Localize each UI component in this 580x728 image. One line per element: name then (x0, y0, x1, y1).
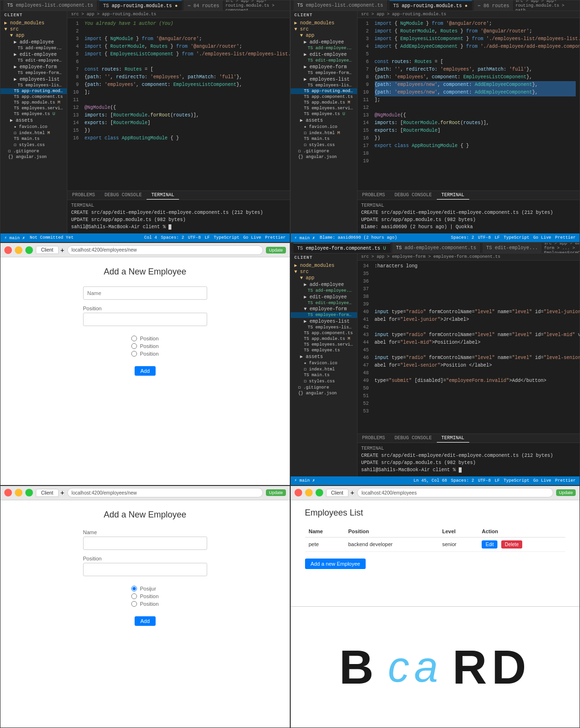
sidebar-service-mr[interactable]: TS employees.service.ts (291, 342, 357, 348)
tab-problems-mr[interactable]: PROBLEMS (358, 434, 390, 443)
sidebar-app-module[interactable]: TS app.module.ts M (0, 100, 67, 106)
sidebar-app-mod-tr[interactable]: TS app.module.ts M (291, 100, 357, 106)
prettier-tr[interactable]: Prettier (555, 235, 576, 240)
update-btn-ml[interactable]: Update (266, 247, 285, 253)
sidebar-emplist-mr[interactable]: ▶ employees-list (291, 318, 357, 325)
tab-terminal-tr[interactable]: TERMINAL (437, 191, 469, 200)
update-btn-br[interactable]: Update (556, 489, 576, 496)
browser-min-bl[interactable] (15, 489, 22, 496)
sidebar-emp-ts-tr[interactable]: TS employee.ts U (291, 111, 357, 117)
sidebar-emp-list-file-tr[interactable]: TS employees-list.compon... (291, 83, 357, 88)
live-mr[interactable]: Go Live (533, 478, 551, 483)
sidebar-appmod-mr[interactable]: TS app.module.ts M (291, 336, 357, 342)
tab-employees-list[interactable]: TS employees-list.component.ts (3, 0, 97, 11)
sidebar-styles-css[interactable]: ◻ styles.css (0, 142, 67, 148)
sidebar-git-mr[interactable]: ◻ .gitignore (291, 384, 357, 390)
browser-close-br[interactable] (295, 489, 302, 496)
edit-btn[interactable]: Edit (482, 540, 497, 549)
browser-tab-client[interactable]: Client (36, 246, 59, 254)
sidebar-gitignore[interactable]: ◻ .gitignore (0, 148, 67, 154)
sidebar-service-tr[interactable]: TS employees.service.ts (291, 106, 357, 111)
browser-close-btn[interactable] (4, 246, 12, 254)
url-bar-bl[interactable]: localhost:4200/employees/new (67, 488, 264, 497)
new-tab-btn[interactable]: + (61, 246, 64, 254)
sidebar-emplist-file-mr[interactable]: TS employees-list.compon... (291, 325, 357, 330)
sidebar-edit-mr[interactable]: ▶ edit-employee (291, 294, 357, 300)
sidebar-add-employee-file[interactable]: TS add-employee.compon... U (0, 45, 67, 51)
radio-junior-input-bl[interactable] (131, 586, 137, 591)
sidebar-index-html[interactable]: ◻ index.html M (0, 130, 67, 136)
sidebar-src-mr[interactable]: ▼ src (291, 269, 357, 275)
tab-app-routing[interactable]: TS app-routing.module.ts ● (99, 0, 182, 11)
sidebar-index-mr[interactable]: ◻ index.html (291, 366, 357, 372)
radio-mid-input[interactable] (131, 343, 137, 349)
sidebar-assets[interactable]: ▶ assets (0, 117, 67, 124)
position-input[interactable] (83, 313, 207, 326)
sidebar-appcomp-mr[interactable]: TS app.component.ts (291, 330, 357, 336)
sidebar-angular-tr[interactable]: {} angular.json (291, 154, 357, 160)
go-live[interactable]: Go Live (243, 235, 261, 240)
browser-max-bl[interactable] (25, 489, 33, 496)
sidebar-edit-emp-file-tr[interactable]: TS edit-employee.compon... U (291, 58, 357, 63)
tab-debug-tr[interactable]: DEBUG CONSOLE (390, 191, 437, 200)
sidebar-angular-json[interactable]: {} angular.json (0, 154, 67, 160)
sidebar-employee-form-folder[interactable]: ▶ employee-form (0, 63, 67, 70)
radio-senior-input[interactable] (131, 351, 137, 357)
tab-terminal-mr[interactable]: TERMINAL (437, 434, 469, 443)
tab-problems[interactable]: PROBLEMS (67, 191, 100, 200)
sidebar-emp-list-tr[interactable]: ▶ employees-list (291, 76, 357, 83)
sidebar-edit-file-mr[interactable]: TS edit-employee.compon... U (291, 300, 357, 306)
sidebar-edit-employee-file[interactable]: TS edit-employee.compon... U (0, 58, 67, 63)
radio-mid-input-bl[interactable] (131, 593, 137, 599)
sidebar-app-routing-active[interactable]: TS app-routing.module.ts M (0, 88, 67, 94)
browser-min-br[interactable] (305, 489, 313, 496)
browser-close-bl[interactable] (4, 489, 12, 496)
sidebar-employees-list-file[interactable]: TS employees-list.compon... (0, 83, 67, 88)
tab-employees-list-tr[interactable]: TS employees-list.component.ts (294, 0, 388, 11)
sidebar-app-component[interactable]: TS app.component.ts (0, 94, 67, 100)
sidebar-emp-form-file-tr[interactable]: TS employee-form.compon... (291, 70, 357, 76)
sidebar-app[interactable]: ▼ app (0, 32, 67, 39)
live-tr[interactable]: Go Live (533, 235, 551, 240)
sidebar-node-modules[interactable]: ▶ node_modules (0, 20, 67, 26)
browser-max-br[interactable] (316, 489, 323, 496)
sidebar-emp-form-tr[interactable]: ▶ employee-form (291, 63, 357, 70)
sidebar-git-tr[interactable]: ◻ .gitignore (291, 148, 357, 154)
new-tab-bl[interactable]: + (61, 489, 64, 496)
sidebar-employees-list-folder[interactable]: ▶ employees-list (0, 76, 67, 83)
sidebar-add-mr[interactable]: ▶ add-employee (291, 281, 357, 288)
sidebar-styles-mr[interactable]: ◻ styles.css (291, 378, 357, 384)
sidebar-add-file-mr[interactable]: TS add-employee.compon... U (291, 288, 357, 294)
tab-debug-mr[interactable]: DEBUG CONSOLE (390, 434, 437, 443)
browser-tab-bl[interactable]: Client (36, 489, 59, 497)
tab-routes-tr[interactable]: ⋯ 86 routes (474, 0, 514, 11)
tab-problems-tr[interactable]: PROBLEMS (358, 191, 390, 200)
sidebar-app-tr[interactable]: ▼ app (291, 32, 357, 39)
tab-add-emp-mr[interactable]: TS add-employee.component.ts (392, 243, 481, 253)
sidebar-nm-tr[interactable]: ▶ node_modules (291, 20, 357, 26)
url-bar-ml[interactable]: localhost:4200/employees/new (67, 245, 264, 255)
add-employee-btn[interactable]: Add a new Employee (305, 559, 366, 569)
radio-junior-input[interactable] (131, 336, 137, 341)
sidebar-fav-mr[interactable]: ★ favicon.ico (291, 360, 357, 366)
sidebar-edit-emp-tr[interactable]: ▶ edit-employee (291, 51, 357, 58)
sidebar-src[interactable]: ▼ src (0, 26, 67, 32)
radio-senior-input-bl[interactable] (131, 601, 137, 607)
update-btn-bl[interactable]: Update (266, 489, 285, 496)
sidebar-employee-form-file[interactable]: TS employee-form.compon... (0, 70, 67, 76)
tab-routes[interactable]: ⋯ 84 routes (184, 0, 223, 11)
sidebar-add-employee-folder[interactable]: ▶ add-employee (0, 39, 67, 45)
new-tab-br[interactable]: + (350, 489, 354, 496)
name-input-bl[interactable] (83, 537, 207, 550)
sidebar-fav-tr[interactable]: ★ favicon.ico (291, 124, 357, 130)
sidebar-app-comp-tr[interactable]: TS app.component.ts (291, 94, 357, 100)
sidebar-empts-mr[interactable]: TS employee.ts (291, 348, 357, 353)
sidebar-favicon[interactable]: ★ favicon.ico (0, 124, 67, 130)
sidebar-assets-mr[interactable]: ▶ assets (291, 353, 357, 360)
sidebar-main-mr[interactable]: TS main.ts (291, 372, 357, 378)
browser-tab-br[interactable]: Client (326, 489, 349, 497)
tab-app-routing-tr[interactable]: TS app-routing.module.ts ● (390, 0, 472, 11)
add-btn-bl[interactable]: Add (135, 616, 156, 626)
add-button-ml[interactable]: Add (135, 366, 156, 376)
browser-max-btn[interactable] (25, 246, 33, 254)
